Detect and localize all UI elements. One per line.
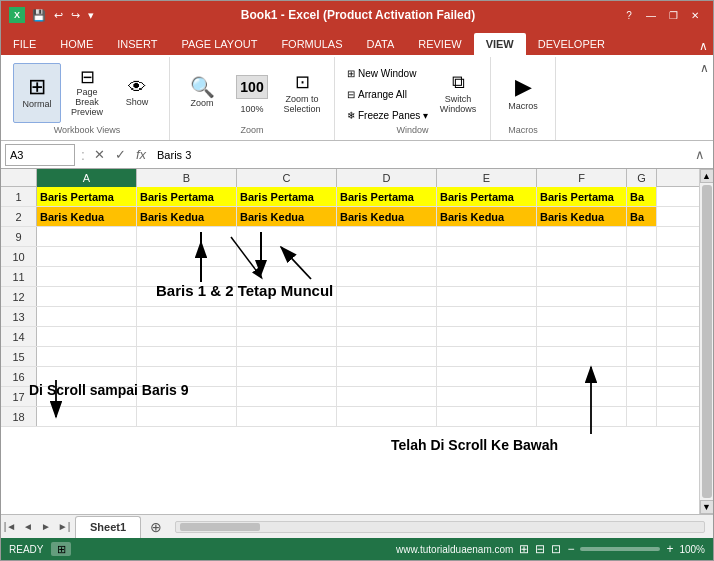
cell-c1[interactable]: Baris Pertama xyxy=(237,187,337,206)
col-header-a[interactable]: A xyxy=(37,169,137,187)
cell-c13[interactable] xyxy=(237,307,337,326)
sheet-tab-sheet1[interactable]: Sheet1 xyxy=(75,516,141,538)
cell-a16[interactable] xyxy=(37,367,137,386)
scroll-down-button[interactable]: ▼ xyxy=(700,500,714,514)
cell-b11[interactable] xyxy=(137,267,237,286)
cell-b2[interactable]: Baris Kedua xyxy=(137,207,237,226)
tab-data[interactable]: DATA xyxy=(355,33,407,55)
close-button[interactable]: ✕ xyxy=(685,6,705,24)
save-icon[interactable]: 💾 xyxy=(29,8,49,23)
view-page-icon[interactable]: ⊟ xyxy=(535,542,545,556)
cell-g1[interactable]: Ba xyxy=(627,187,657,206)
cell-d17[interactable] xyxy=(337,387,437,406)
normal-button[interactable]: ⊞ Normal xyxy=(13,63,61,123)
cell-a14[interactable] xyxy=(37,327,137,346)
cell-f11[interactable] xyxy=(537,267,627,286)
macros-button[interactable]: ▶ Macros xyxy=(499,63,547,123)
row-header-9[interactable]: 9 xyxy=(1,227,37,246)
cell-a12[interactable] xyxy=(37,287,137,306)
ribbon-collapse-icon[interactable]: ∧ xyxy=(693,37,713,55)
cell-b15[interactable] xyxy=(137,347,237,366)
zoom-100-button[interactable]: 100 100% xyxy=(228,63,276,123)
cell-c11[interactable] xyxy=(237,267,337,286)
cell-f14[interactable] xyxy=(537,327,627,346)
view-break-icon[interactable]: ⊡ xyxy=(551,542,561,556)
customize-qa-icon[interactable]: ▾ xyxy=(85,8,97,23)
cell-e16[interactable] xyxy=(437,367,537,386)
show-button[interactable]: 👁 Show xyxy=(113,63,161,123)
cell-a1[interactable]: Baris Pertama xyxy=(37,187,137,206)
cell-e14[interactable] xyxy=(437,327,537,346)
cell-b9[interactable] xyxy=(137,227,237,246)
zoom-plus-icon[interactable]: + xyxy=(666,542,673,556)
col-header-b[interactable]: B xyxy=(137,169,237,187)
cell-c16[interactable] xyxy=(237,367,337,386)
cell-c2[interactable]: Baris Kedua xyxy=(237,207,337,226)
cell-f2[interactable]: Baris Kedua xyxy=(537,207,627,226)
cell-e11[interactable] xyxy=(437,267,537,286)
col-header-c[interactable]: C xyxy=(237,169,337,187)
col-header-g[interactable]: G xyxy=(627,169,657,187)
cell-a18[interactable] xyxy=(37,407,137,426)
cell-e17[interactable] xyxy=(437,387,537,406)
cell-a11[interactable] xyxy=(37,267,137,286)
cell-b1[interactable]: Baris Pertama xyxy=(137,187,237,206)
restore-button[interactable]: ❐ xyxy=(663,6,683,24)
tab-formulas[interactable]: FORMULAS xyxy=(269,33,354,55)
zoom-slider[interactable] xyxy=(580,547,660,551)
view-normal-icon[interactable]: ⊞ xyxy=(519,542,529,556)
cancel-formula-icon[interactable]: ✕ xyxy=(91,146,108,163)
row-header-15[interactable]: 15 xyxy=(1,347,37,366)
cell-b18[interactable] xyxy=(137,407,237,426)
cell-d2[interactable]: Baris Kedua xyxy=(337,207,437,226)
col-header-d[interactable]: D xyxy=(337,169,437,187)
horizontal-scrollbar[interactable] xyxy=(175,521,705,533)
cell-g10[interactable] xyxy=(627,247,657,266)
cell-f10[interactable] xyxy=(537,247,627,266)
cell-c10[interactable] xyxy=(237,247,337,266)
row-header-18[interactable]: 18 xyxy=(1,407,37,426)
formula-expand-icon[interactable]: ∧ xyxy=(691,146,709,163)
cell-a13[interactable] xyxy=(37,307,137,326)
cell-d14[interactable] xyxy=(337,327,437,346)
sheet-nav-prev[interactable]: ◄ xyxy=(19,518,37,536)
help-button[interactable]: ? xyxy=(619,6,639,24)
cell-b10[interactable] xyxy=(137,247,237,266)
cell-a2[interactable]: Baris Kedua xyxy=(37,207,137,226)
formula-input[interactable] xyxy=(153,144,687,166)
zoom-button[interactable]: 🔍 Zoom xyxy=(178,63,226,123)
cell-e15[interactable] xyxy=(437,347,537,366)
row-header-2[interactable]: 2 xyxy=(1,207,37,226)
cell-d11[interactable] xyxy=(337,267,437,286)
sheet-nav-first[interactable]: |◄ xyxy=(1,518,19,536)
cell-c14[interactable] xyxy=(237,327,337,346)
cell-g15[interactable] xyxy=(627,347,657,366)
cell-c17[interactable] xyxy=(237,387,337,406)
sheet-nav-last[interactable]: ►| xyxy=(55,518,73,536)
tab-insert[interactable]: INSERT xyxy=(105,33,169,55)
col-header-e[interactable]: E xyxy=(437,169,537,187)
tab-review[interactable]: REVIEW xyxy=(406,33,473,55)
redo-icon[interactable]: ↪ xyxy=(68,8,83,23)
scroll-up-button[interactable]: ▲ xyxy=(700,169,714,183)
col-header-f[interactable]: F xyxy=(537,169,627,187)
cell-e2[interactable]: Baris Kedua xyxy=(437,207,537,226)
row-header-14[interactable]: 14 xyxy=(1,327,37,346)
cell-d12[interactable] xyxy=(337,287,437,306)
cell-reference-input[interactable] xyxy=(5,144,75,166)
row-header-13[interactable]: 13 xyxy=(1,307,37,326)
cell-b13[interactable] xyxy=(137,307,237,326)
zoom-to-selection-button[interactable]: ⊡ Zoom toSelection xyxy=(278,63,326,123)
cell-c18[interactable] xyxy=(237,407,337,426)
row-header-16[interactable]: 16 xyxy=(1,367,37,386)
cell-f15[interactable] xyxy=(537,347,627,366)
tab-file[interactable]: FILE xyxy=(1,33,48,55)
undo-icon[interactable]: ↩ xyxy=(51,8,66,23)
row-header-10[interactable]: 10 xyxy=(1,247,37,266)
cell-g17[interactable] xyxy=(627,387,657,406)
add-sheet-button[interactable]: ⊕ xyxy=(145,518,167,536)
tab-home[interactable]: HOME xyxy=(48,33,105,55)
row-header-11[interactable]: 11 xyxy=(1,267,37,286)
cell-f17[interactable] xyxy=(537,387,627,406)
sheet-nav-next[interactable]: ► xyxy=(37,518,55,536)
